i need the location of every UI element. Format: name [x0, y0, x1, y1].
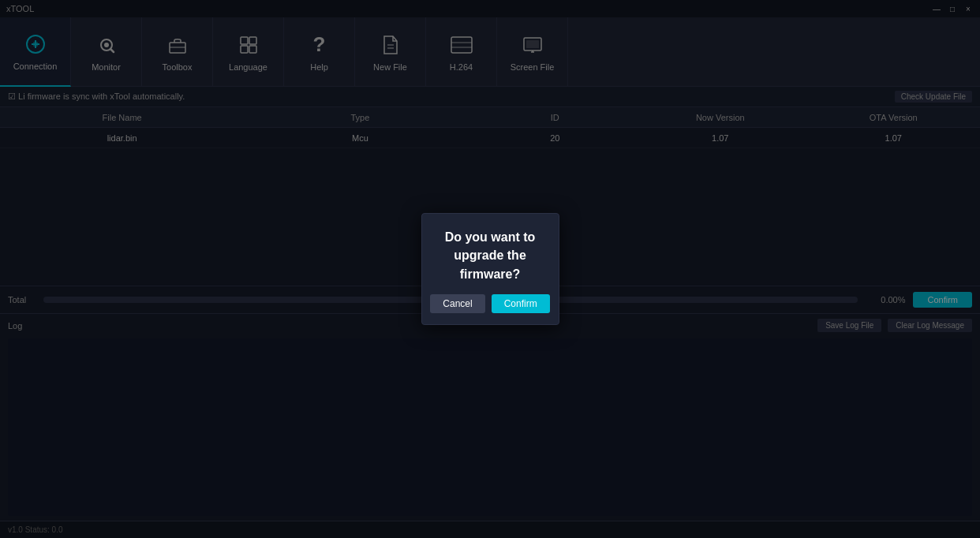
modal-message: Do you want to upgrade the firmware?	[433, 228, 548, 283]
modal-confirm-button[interactable]: Confirm	[492, 294, 550, 313]
modal-cancel-button[interactable]: Cancel	[430, 294, 484, 313]
modal-dialog: Do you want to upgrade the firmware? Can…	[421, 213, 559, 325]
modal-buttons: Cancel Confirm	[433, 294, 548, 313]
modal-overlay: Do you want to upgrade the firmware? Can…	[0, 0, 980, 538]
